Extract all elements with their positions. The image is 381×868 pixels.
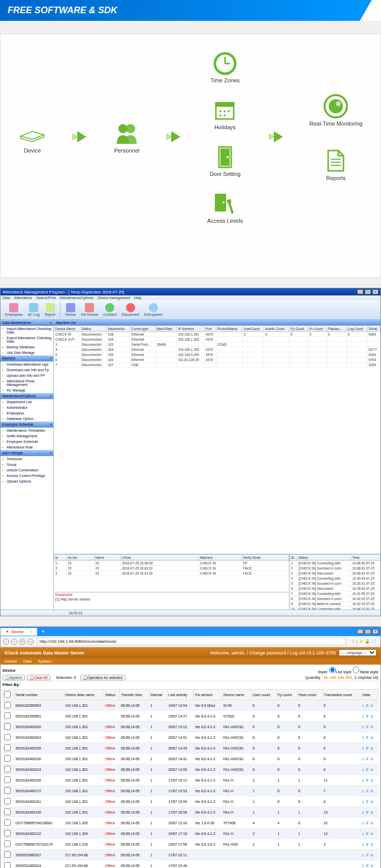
column-header[interactable]: ProductName (216, 326, 242, 332)
sidebar-item[interactable]: Database Option... (1, 416, 53, 422)
column-header[interactable]: Serial number (14, 690, 64, 700)
toolbar-report[interactable]: Report (45, 303, 55, 316)
sidebar-item[interactable]: AC Manage (1, 387, 53, 393)
menu-item[interactable]: Search/Print (36, 296, 56, 300)
column-header[interactable]: Ac-No (67, 555, 94, 561)
table-row[interactable]: 1[CHECK IN] Connecting with:16:08:40 07-… (290, 561, 380, 566)
column-header[interactable]: Device alias name (64, 690, 104, 700)
new-tab-button[interactable]: + (37, 628, 49, 635)
toolbar-del-device[interactable]: Del Device (81, 303, 98, 316)
action-cell[interactable]: L E U (361, 786, 378, 796)
tab-close-icon[interactable]: × (29, 630, 32, 634)
sidebar-item[interactable]: Import Attendance Checking Data (1, 326, 53, 335)
table-row[interactable]: 3399201800324217.65.194.88Offline00:00;1… (3, 860, 378, 869)
action-cell[interactable]: L E U (361, 818, 378, 828)
nav-item[interactable]: System (38, 659, 51, 664)
table-row[interactable]: 6669182500504192.168.1.201Offline00:00;1… (3, 700, 378, 711)
sidebar-item[interactable]: Upload Options (1, 478, 53, 484)
sidebar-item[interactable]: Backup Database (1, 344, 53, 350)
column-header[interactable]: Device name (222, 690, 251, 700)
action-cell[interactable]: L E U (361, 828, 378, 839)
action-cell[interactable]: L E U (361, 839, 378, 850)
table-row[interactable]: OGT708005704130081192.168.1.205Offline00… (3, 818, 378, 828)
table-row[interactable]: 223232018-07-25 16:42:32CHECK INFACE (54, 566, 289, 571)
device-table[interactable]: Serial numberDevice alias nameStatusTran… (3, 689, 378, 868)
quantity-options[interactable]: 50 100 150 200 (324, 675, 352, 680)
column-header[interactable]: sTime (121, 555, 199, 561)
table-row[interactable]: 3[CHECK IN] Disconnect16:09:24 07-25 (290, 571, 380, 576)
row-checkbox[interactable] (4, 819, 11, 826)
table-row[interactable]: 5[CHECK IN] Succeed in conn16:35:51 07-2… (290, 581, 380, 586)
action-cell[interactable]: L E U (361, 700, 378, 711)
table-row[interactable]: 323232018-07-25 16:42:36CHECK INFACE (54, 571, 289, 576)
reload-button[interactable]: ↻ (19, 639, 25, 645)
sidebar-item[interactable]: Download user info and Fp (1, 367, 53, 373)
column-header[interactable]: Fp Count (290, 326, 308, 332)
sidebar-item[interactable]: Attendance Rule (1, 444, 53, 450)
column-header[interactable]: Baud Rate (155, 326, 177, 332)
row-checkbox[interactable] (4, 787, 11, 794)
toolbar-device[interactable]: Device (65, 303, 76, 316)
table-row[interactable]: 7Disconnected107USB3204 (54, 363, 380, 368)
nav-item[interactable]: Device (5, 659, 17, 664)
action-cell[interactable]: L E U (361, 860, 378, 869)
list-style-radio[interactable] (329, 667, 336, 673)
toolbar-employees[interactable]: Employees (5, 303, 23, 316)
action-cell[interactable]: L E U (361, 764, 378, 775)
sidebar-item[interactable]: Group (1, 462, 53, 467)
menu-item[interactable]: Device management (98, 296, 130, 300)
menu-item[interactable]: Data (3, 296, 10, 300)
row-checkbox[interactable] (4, 755, 11, 762)
row-checkbox[interactable] (4, 712, 11, 719)
column-header[interactable]: Face count (297, 690, 323, 700)
row-checkbox[interactable] (4, 702, 11, 708)
minimize-button[interactable]: _ (357, 629, 363, 634)
row-checkbox[interactable] (4, 851, 11, 858)
column-header[interactable]: Id (54, 555, 67, 561)
column-header[interactable]: Time (351, 555, 380, 561)
row-checkbox[interactable] (4, 744, 11, 751)
clear-button[interactable]: ◯Clear All (27, 675, 50, 680)
table-row[interactable]: 3929182460236192.168.1.201Offline00:00;1… (3, 754, 378, 764)
column-header[interactable]: IP Address (177, 326, 204, 332)
column-header[interactable]: Log Count (346, 326, 367, 332)
sidebar-section-header[interactable]: Machine« (1, 355, 53, 362)
column-header[interactable]: Status (80, 326, 107, 332)
row-checkbox[interactable] (4, 862, 11, 868)
action-cell[interactable]: L E U (361, 796, 378, 807)
sidebar-item[interactable]: Unlock Combination (1, 467, 53, 473)
table-row[interactable]: 3929182460172192.168.1.201Offline00:00;1… (3, 786, 378, 796)
browser-tab[interactable]: ✶Device× (1, 628, 37, 636)
table-row[interactable]: 123232018-07-25 16:08:39CHECK INFP (54, 561, 289, 566)
column-header[interactable]: Fw version (194, 690, 223, 700)
action-cell[interactable]: L E U (361, 711, 378, 722)
sidebar-section-header[interactable]: door manage« (1, 450, 53, 456)
sidebar-item[interactable]: Department List (1, 399, 53, 405)
table-row[interactable]: 3929182460122192.168.1.209Offline00:00;1… (3, 828, 378, 839)
table-row[interactable]: 4Disconnected104Ethernet192.168.1.205437… (54, 347, 380, 352)
table-row[interactable]: 7[CHECK IN] Connecting with:16:41:55 07-… (290, 591, 380, 596)
sidebar-item[interactable]: Timezone (1, 456, 53, 462)
maximize-button[interactable]: □ (365, 289, 371, 294)
table-row[interactable]: 9[CHECK IN] failed in connect16:42:10 07… (290, 602, 380, 607)
column-header[interactable]: Admin Count (264, 326, 290, 332)
table-row[interactable]: CHECK OUTDisconnected109Ethernet192.168.… (54, 337, 380, 342)
sidebar-item[interactable]: Shifts Management (1, 433, 53, 439)
table-row[interactable]: 6[CHECK IN] Disconnect16:39:03 07-25 (290, 586, 380, 591)
status-grid[interactable]: IDStatusTime1[CHECK IN] Connecting with:… (290, 554, 380, 610)
toolbar-ac-log[interactable]: AC Log (28, 303, 40, 316)
table-row[interactable]: 3Disconnected103Serial Port/...38400COM2 (54, 342, 380, 347)
minimize-button[interactable]: _ (357, 289, 363, 294)
toolbar-connect[interactable]: Connect (103, 303, 116, 316)
column-header[interactable]: Passwo... (327, 326, 346, 332)
column-header[interactable]: Transaction count (323, 690, 361, 700)
column-header[interactable]: Serial (367, 326, 380, 332)
column-header[interactable]: Verify Mode (242, 555, 289, 561)
operation-button[interactable]: ◯Operation for selected (80, 675, 125, 680)
action-cell[interactable]: L E U (361, 743, 378, 754)
close-button[interactable]: × (372, 629, 378, 634)
column-header[interactable]: Device Name (54, 326, 80, 332)
column-header[interactable]: Data (361, 690, 378, 700)
action-cell[interactable]: L E U (361, 850, 378, 860)
select-all-checkbox[interactable] (4, 691, 11, 698)
